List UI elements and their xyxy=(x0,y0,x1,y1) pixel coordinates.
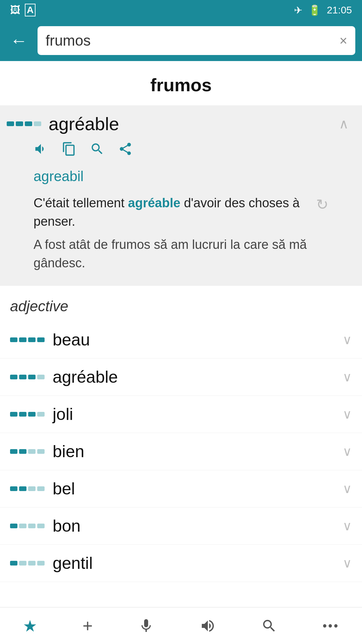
chevron-up-icon[interactable]: ∧ xyxy=(339,116,349,131)
bar-2 xyxy=(16,121,23,126)
level-bars-bien xyxy=(10,449,45,454)
action-icons-row xyxy=(7,134,349,167)
nav-add[interactable]: + xyxy=(82,616,93,636)
word-list: beau ∨ agréable ∨ joli ∨ xyxy=(0,321,362,582)
bottom-nav: ★ + ••• xyxy=(0,607,362,644)
chevron-down-icon: ∨ xyxy=(343,519,352,533)
word-bon: bon xyxy=(53,516,343,536)
header: ← × xyxy=(0,20,362,61)
bar-3 xyxy=(25,121,32,126)
clear-button[interactable]: × xyxy=(340,33,347,48)
search-nav-icon xyxy=(261,618,277,634)
nav-microphone[interactable] xyxy=(138,618,154,634)
list-item[interactable]: bien ∨ xyxy=(0,433,362,470)
example-text: C'était tellement agréable d'avoir des c… xyxy=(34,194,309,272)
level-bars-joli xyxy=(10,412,45,417)
ro-translation: agreabil xyxy=(7,167,349,191)
copy-icon[interactable] xyxy=(62,142,76,160)
chevron-down-icon: ∨ xyxy=(343,556,352,571)
search-input[interactable] xyxy=(46,32,340,49)
word-bel: bel xyxy=(53,479,343,498)
level-bars-agreable xyxy=(10,375,45,379)
text-status-icon: A xyxy=(25,4,36,16)
plus-icon: + xyxy=(82,616,93,636)
audio-icon[interactable] xyxy=(34,142,48,160)
list-item[interactable]: beau ∨ xyxy=(0,321,362,359)
share-icon[interactable] xyxy=(118,142,133,160)
fr-highlight: agréable xyxy=(128,196,180,210)
list-item[interactable]: bel ∨ xyxy=(0,470,362,507)
star-icon: ★ xyxy=(23,616,37,635)
translation-block: agréable ∧ agreabil C'était xyxy=(0,105,362,286)
level-bars-expanded xyxy=(7,121,41,126)
translation-header: agréable ∧ xyxy=(7,113,349,134)
chevron-down-icon: ∨ xyxy=(343,370,352,384)
search-box: × xyxy=(38,26,355,55)
level-bars-beau xyxy=(10,337,45,342)
list-item[interactable]: gentil ∨ xyxy=(0,545,362,582)
level-bars-gentil xyxy=(10,561,45,566)
microphone-icon xyxy=(138,618,154,634)
word-bien: bien xyxy=(53,442,343,461)
word-joli: joli xyxy=(53,405,343,424)
word-beau: beau xyxy=(53,330,343,350)
word-gentil: gentil xyxy=(53,553,343,573)
chevron-down-icon: ∨ xyxy=(343,481,352,496)
time-display: 21:05 xyxy=(327,4,352,16)
speaker-icon xyxy=(200,618,216,634)
level-bars-bon xyxy=(10,524,45,528)
back-button[interactable]: ← xyxy=(7,31,31,51)
nav-favorites[interactable]: ★ xyxy=(23,616,37,635)
more-icon: ••• xyxy=(322,619,339,633)
section-label: adjective xyxy=(0,286,362,321)
nav-audio[interactable] xyxy=(200,618,216,634)
fr-sentence: C'était tellement agréable d'avoir des c… xyxy=(34,194,309,231)
example-block: C'était tellement agréable d'avoir des c… xyxy=(7,191,349,276)
list-item[interactable]: agréable ∨ xyxy=(0,359,362,396)
nav-search[interactable] xyxy=(261,618,277,634)
status-left-icons: 🖼 A xyxy=(10,4,36,16)
word-title: frumos xyxy=(0,61,362,105)
chevron-down-icon: ∨ xyxy=(343,407,352,422)
nav-more[interactable]: ••• xyxy=(322,619,339,633)
airplane-icon: ✈ xyxy=(294,4,302,16)
bar-1 xyxy=(7,121,14,126)
word-agreable: agréable xyxy=(53,367,343,387)
bar-4 xyxy=(34,121,41,126)
list-item[interactable]: bon ∨ xyxy=(0,507,362,545)
level-bars-bel xyxy=(10,486,45,491)
fr-before: C'était tellement xyxy=(34,196,128,210)
chevron-down-icon: ∨ xyxy=(343,332,352,347)
translation-left: agréable xyxy=(7,113,119,134)
ro-sentence: A fost atât de frumos să am lucruri la c… xyxy=(34,235,309,272)
battery-icon: 🔋 xyxy=(308,4,321,16)
chevron-down-icon: ∨ xyxy=(343,444,352,459)
content-area: frumos agréable ∧ xyxy=(0,61,362,622)
image-status-icon: 🖼 xyxy=(10,4,20,16)
refresh-icon[interactable]: ↻ xyxy=(316,196,328,213)
translation-word-expanded: agréable xyxy=(49,113,119,134)
list-item[interactable]: joli ∨ xyxy=(0,396,362,433)
status-bar: 🖼 A ✈ 🔋 21:05 xyxy=(0,0,362,20)
search-icon[interactable] xyxy=(90,142,105,160)
